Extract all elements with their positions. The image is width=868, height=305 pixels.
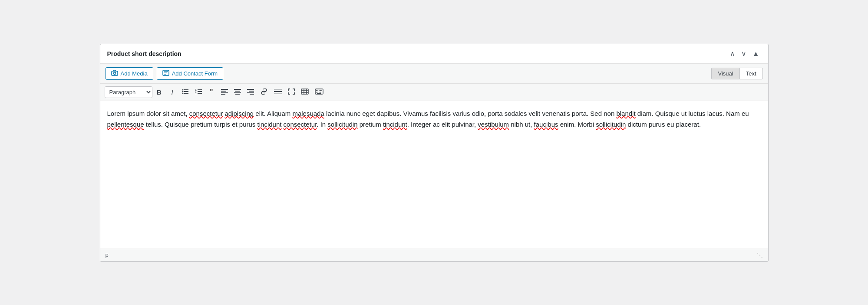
editor-header: Product short description ∧ ∨ ▲ <box>100 44 768 64</box>
align-center-button[interactable] <box>231 87 244 97</box>
view-toggles: Visual Text <box>711 68 762 79</box>
visual-tab[interactable]: Visual <box>711 68 739 79</box>
toolbar-left: Add Media Add Contact Form <box>106 67 224 80</box>
toggle-button[interactable]: ▲ <box>751 49 761 58</box>
svg-rect-16 <box>198 91 202 92</box>
svg-rect-10 <box>184 91 188 92</box>
svg-text:3.: 3. <box>195 92 197 95</box>
bold-button[interactable]: B <box>153 87 165 97</box>
svg-rect-9 <box>184 89 188 90</box>
editor-title: Product short description <box>107 50 182 57</box>
add-media-button[interactable]: Add Media <box>106 67 153 80</box>
align-left-button[interactable] <box>218 87 231 97</box>
move-down-button[interactable]: ∨ <box>739 49 748 58</box>
add-contact-form-button[interactable]: Add Contact Form <box>157 67 224 80</box>
svg-rect-33 <box>301 89 308 94</box>
italic-button[interactable]: I <box>166 87 178 97</box>
svg-rect-18 <box>221 89 228 90</box>
editor-footer: p ⋱ <box>100 249 768 261</box>
resize-handle[interactable]: ⋱ <box>757 252 763 259</box>
svg-rect-15 <box>198 89 202 90</box>
ol-icon: 1. 2. 3. <box>195 89 202 96</box>
editor-content-area[interactable]: Lorem ipsum dolor sit amet, consectetur … <box>100 101 768 249</box>
table-icon <box>301 89 309 96</box>
text-tab[interactable]: Text <box>739 68 763 79</box>
svg-rect-30 <box>274 91 282 92</box>
fullscreen-icon <box>288 89 295 96</box>
add-media-label: Add Media <box>121 70 148 77</box>
link-icon <box>260 89 268 96</box>
fullscreen-button[interactable] <box>285 87 297 97</box>
svg-rect-29 <box>250 94 254 95</box>
svg-rect-32 <box>274 93 282 94</box>
ul-icon <box>182 89 189 96</box>
add-contact-form-label: Add Contact Form <box>172 70 218 77</box>
blockquote-button[interactable]: " <box>205 86 218 98</box>
svg-rect-0 <box>112 71 118 75</box>
svg-rect-21 <box>221 94 225 95</box>
bold-icon: B <box>157 89 162 96</box>
italic-icon: I <box>171 89 173 96</box>
svg-point-6 <box>182 89 183 91</box>
align-center-icon <box>234 89 241 96</box>
ol-button[interactable]: 1. 2. 3. <box>192 87 205 97</box>
svg-rect-26 <box>247 89 254 90</box>
svg-rect-20 <box>221 92 228 93</box>
add-contact-icon <box>162 70 169 77</box>
table-button[interactable] <box>298 87 311 97</box>
content-paragraph: Lorem ipsum dolor sit amet, consectetur … <box>107 108 761 130</box>
add-media-icon <box>111 70 118 77</box>
svg-rect-31 <box>274 89 282 90</box>
svg-rect-25 <box>235 94 240 95</box>
svg-rect-28 <box>247 92 254 93</box>
svg-rect-27 <box>249 91 254 92</box>
editor-container: Product short description ∧ ∨ ▲ Add Medi… <box>100 44 769 262</box>
hr-icon <box>274 89 282 96</box>
ul-button[interactable] <box>179 87 191 97</box>
svg-rect-22 <box>234 89 241 90</box>
svg-rect-23 <box>235 91 240 92</box>
format-toolbar: Paragraph Heading 1 Heading 2 Heading 3 … <box>100 84 768 101</box>
svg-point-1 <box>113 72 116 74</box>
path-label: p <box>106 252 109 258</box>
keyboard-icon <box>315 89 323 96</box>
collapse-up-button[interactable]: ∧ <box>728 49 737 58</box>
svg-rect-24 <box>234 92 241 93</box>
header-controls: ∧ ∨ ▲ <box>728 49 761 58</box>
toolbar-row: Add Media Add Contact Form Visual Text <box>100 64 768 84</box>
paragraph-select[interactable]: Paragraph Heading 1 Heading 2 Heading 3 … <box>105 86 152 98</box>
keyboard-button[interactable] <box>312 87 326 97</box>
svg-rect-19 <box>221 91 226 92</box>
svg-point-7 <box>182 91 183 92</box>
svg-rect-17 <box>198 93 202 94</box>
align-right-icon <box>247 89 254 96</box>
svg-point-8 <box>182 93 183 94</box>
link-button[interactable] <box>257 87 271 97</box>
align-right-button[interactable] <box>244 87 257 97</box>
hr-button[interactable] <box>271 87 284 97</box>
align-left-icon <box>221 89 228 96</box>
svg-rect-11 <box>184 93 188 94</box>
